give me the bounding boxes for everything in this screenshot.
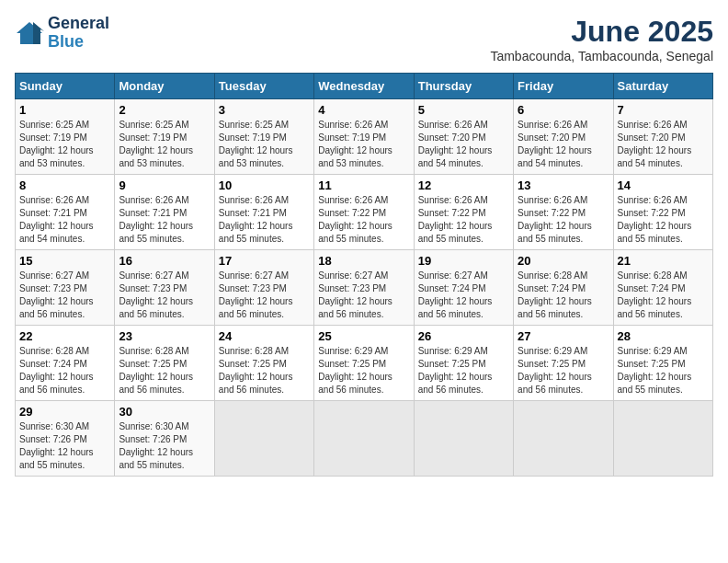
sunset-label: Sunset: 7:23 PM: [219, 283, 287, 293]
calendar-cell: 24 Sunrise: 6:28 AM Sunset: 7:25 PM Dayl…: [214, 326, 313, 401]
sunset-label: Sunset: 7:24 PM: [618, 283, 686, 293]
sunrise-label: Sunrise: 6:27 AM: [19, 270, 89, 281]
day-number: 2: [119, 103, 210, 117]
sunrise-label: Sunrise: 6:28 AM: [219, 346, 289, 356]
day-number: 17: [219, 254, 310, 268]
sunset-label: Sunset: 7:25 PM: [618, 359, 686, 369]
day-info: Sunrise: 6:26 AM Sunset: 7:20 PM Dayligh…: [418, 119, 509, 170]
weekday-header-tuesday: Tuesday: [214, 74, 313, 99]
calendar-cell: 2 Sunrise: 6:25 AM Sunset: 7:19 PM Dayli…: [115, 99, 214, 175]
day-number: 23: [119, 329, 210, 343]
day-info: Sunrise: 6:29 AM Sunset: 7:25 PM Dayligh…: [518, 345, 609, 396]
calendar-cell: 30 Sunrise: 6:30 AM Sunset: 7:26 PM Dayl…: [115, 401, 214, 477]
day-info: Sunrise: 6:30 AM Sunset: 7:26 PM Dayligh…: [19, 420, 110, 472]
calendar-cell: 14 Sunrise: 6:26 AM Sunset: 7:22 PM Dayl…: [613, 175, 712, 250]
daylight-label: Daylight: 12 hours and 55 minutes.: [219, 221, 293, 244]
calendar-cell: 13 Sunrise: 6:26 AM Sunset: 7:22 PM Dayl…: [514, 175, 613, 250]
sunset-label: Sunset: 7:26 PM: [119, 434, 187, 444]
daylight-label: Daylight: 12 hours and 55 minutes.: [518, 221, 592, 244]
sunrise-label: Sunrise: 6:27 AM: [219, 270, 289, 281]
day-info: Sunrise: 6:28 AM Sunset: 7:24 PM Dayligh…: [518, 270, 609, 321]
sunrise-label: Sunrise: 6:27 AM: [318, 270, 388, 281]
calendar-week-row: 22 Sunrise: 6:28 AM Sunset: 7:24 PM Dayl…: [16, 326, 713, 401]
logo-icon: [15, 20, 44, 46]
sunrise-label: Sunrise: 6:26 AM: [518, 120, 587, 130]
day-info: Sunrise: 6:27 AM Sunset: 7:24 PM Dayligh…: [418, 270, 509, 321]
calendar-cell: 11 Sunrise: 6:26 AM Sunset: 7:22 PM Dayl…: [314, 175, 414, 250]
day-number: 24: [219, 329, 310, 343]
calendar-cell: 28 Sunrise: 6:29 AM Sunset: 7:25 PM Dayl…: [613, 326, 712, 401]
daylight-label: Daylight: 12 hours and 54 minutes.: [418, 145, 493, 168]
sunset-label: Sunset: 7:22 PM: [418, 208, 486, 218]
daylight-label: Daylight: 12 hours and 56 minutes.: [418, 372, 493, 395]
day-number: 19: [418, 254, 509, 268]
daylight-label: Daylight: 12 hours and 54 minutes.: [518, 145, 592, 168]
sunrise-label: Sunrise: 6:28 AM: [19, 346, 89, 356]
day-info: Sunrise: 6:26 AM Sunset: 7:20 PM Dayligh…: [618, 119, 709, 170]
calendar-cell: [613, 401, 712, 477]
day-info: Sunrise: 6:28 AM Sunset: 7:24 PM Dayligh…: [618, 270, 709, 321]
day-number: 9: [119, 178, 210, 192]
logo-line1: General: [48, 15, 109, 33]
day-info: Sunrise: 6:28 AM Sunset: 7:24 PM Dayligh…: [19, 345, 110, 396]
day-number: 29: [19, 405, 110, 419]
sunset-label: Sunset: 7:21 PM: [19, 208, 87, 218]
day-info: Sunrise: 6:27 AM Sunset: 7:23 PM Dayligh…: [119, 270, 210, 321]
sunset-label: Sunset: 7:25 PM: [318, 359, 386, 369]
calendar-title: June 2025: [490, 15, 713, 49]
calendar-subtitle: Tambacounda, Tambacounda, Senegal: [490, 49, 713, 63]
weekday-header-friday: Friday: [514, 74, 613, 99]
sunrise-label: Sunrise: 6:29 AM: [518, 346, 587, 356]
day-number: 10: [219, 178, 310, 192]
daylight-label: Daylight: 12 hours and 53 minutes.: [19, 145, 94, 168]
daylight-label: Daylight: 12 hours and 56 minutes.: [618, 296, 692, 319]
daylight-label: Daylight: 12 hours and 56 minutes.: [318, 296, 392, 319]
sunset-label: Sunset: 7:23 PM: [318, 283, 386, 293]
sunrise-label: Sunrise: 6:26 AM: [19, 195, 89, 205]
calendar-cell: [214, 401, 313, 477]
calendar-cell: [514, 401, 613, 477]
sunset-label: Sunset: 7:20 PM: [418, 132, 486, 143]
sunrise-label: Sunrise: 6:26 AM: [618, 195, 688, 205]
header: General Blue June 2025 Tambacounda, Tamb…: [15, 15, 713, 63]
calendar-cell: [414, 401, 513, 477]
daylight-label: Daylight: 12 hours and 53 minutes.: [318, 145, 392, 168]
sunset-label: Sunset: 7:25 PM: [418, 359, 486, 369]
sunset-label: Sunset: 7:23 PM: [119, 283, 187, 293]
daylight-label: Daylight: 12 hours and 55 minutes.: [618, 372, 692, 395]
day-info: Sunrise: 6:26 AM Sunset: 7:21 PM Dayligh…: [219, 194, 310, 246]
calendar-cell: 25 Sunrise: 6:29 AM Sunset: 7:25 PM Dayl…: [314, 326, 414, 401]
day-info: Sunrise: 6:28 AM Sunset: 7:25 PM Dayligh…: [119, 345, 210, 396]
sunset-label: Sunset: 7:26 PM: [19, 434, 87, 444]
weekday-header-row: SundayMondayTuesdayWednesdayThursdayFrid…: [16, 74, 713, 99]
calendar-cell: [314, 401, 414, 477]
day-number: 26: [418, 329, 509, 343]
sunrise-label: Sunrise: 6:29 AM: [418, 346, 488, 356]
day-number: 5: [418, 103, 509, 117]
day-info: Sunrise: 6:30 AM Sunset: 7:26 PM Dayligh…: [119, 420, 210, 472]
daylight-label: Daylight: 12 hours and 55 minutes.: [418, 221, 493, 244]
sunrise-label: Sunrise: 6:27 AM: [418, 270, 488, 281]
daylight-label: Daylight: 12 hours and 56 minutes.: [119, 296, 193, 319]
sunrise-label: Sunrise: 6:28 AM: [618, 270, 688, 281]
day-info: Sunrise: 6:26 AM Sunset: 7:22 PM Dayligh…: [518, 194, 609, 246]
day-info: Sunrise: 6:27 AM Sunset: 7:23 PM Dayligh…: [318, 270, 409, 321]
day-number: 21: [618, 254, 709, 268]
sunset-label: Sunset: 7:24 PM: [19, 359, 87, 369]
calendar-cell: 8 Sunrise: 6:26 AM Sunset: 7:21 PM Dayli…: [16, 175, 115, 250]
calendar-table: SundayMondayTuesdayWednesdayThursdayFrid…: [15, 73, 713, 477]
daylight-label: Daylight: 12 hours and 55 minutes.: [618, 221, 692, 244]
day-info: Sunrise: 6:26 AM Sunset: 7:21 PM Dayligh…: [119, 194, 210, 246]
calendar-cell: 5 Sunrise: 6:26 AM Sunset: 7:20 PM Dayli…: [414, 99, 513, 175]
calendar-cell: 18 Sunrise: 6:27 AM Sunset: 7:23 PM Dayl…: [314, 250, 414, 326]
sunset-label: Sunset: 7:24 PM: [518, 283, 586, 293]
sunset-label: Sunset: 7:25 PM: [219, 359, 287, 369]
calendar-cell: 12 Sunrise: 6:26 AM Sunset: 7:22 PM Dayl…: [414, 175, 513, 250]
sunset-label: Sunset: 7:24 PM: [418, 283, 486, 293]
calendar-cell: 1 Sunrise: 6:25 AM Sunset: 7:19 PM Dayli…: [16, 99, 115, 175]
day-info: Sunrise: 6:29 AM Sunset: 7:25 PM Dayligh…: [318, 345, 409, 396]
day-info: Sunrise: 6:26 AM Sunset: 7:19 PM Dayligh…: [318, 119, 409, 170]
calendar-week-row: 1 Sunrise: 6:25 AM Sunset: 7:19 PM Dayli…: [16, 99, 713, 175]
calendar-body: 1 Sunrise: 6:25 AM Sunset: 7:19 PM Dayli…: [16, 99, 713, 477]
calendar-cell: 26 Sunrise: 6:29 AM Sunset: 7:25 PM Dayl…: [414, 326, 513, 401]
